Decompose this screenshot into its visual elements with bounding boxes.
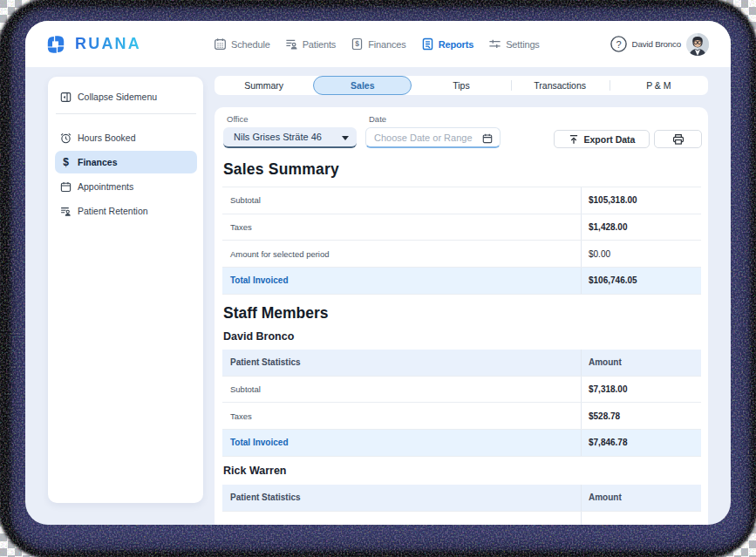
- svg-text:?: ?: [616, 39, 621, 50]
- svg-text:$: $: [355, 39, 359, 48]
